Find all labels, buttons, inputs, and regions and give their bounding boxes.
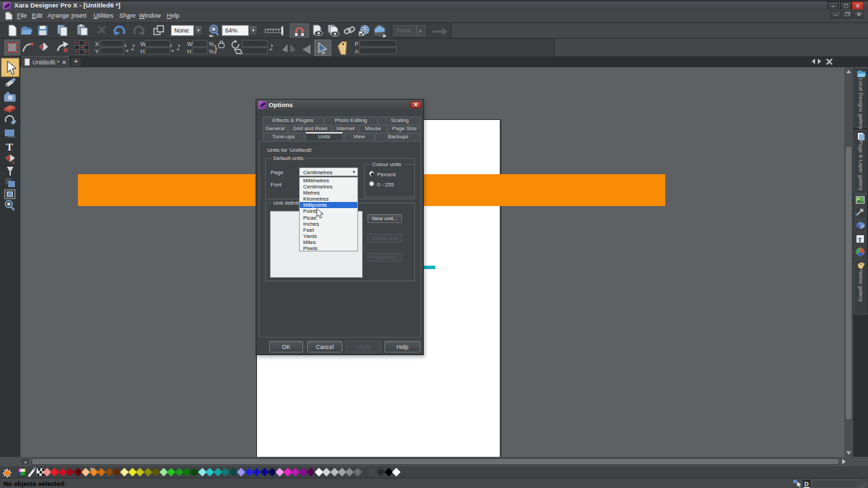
svg-text:D: D [804,481,809,487]
svg-text:T: T [858,237,862,243]
svg-text:T: T [6,142,13,152]
